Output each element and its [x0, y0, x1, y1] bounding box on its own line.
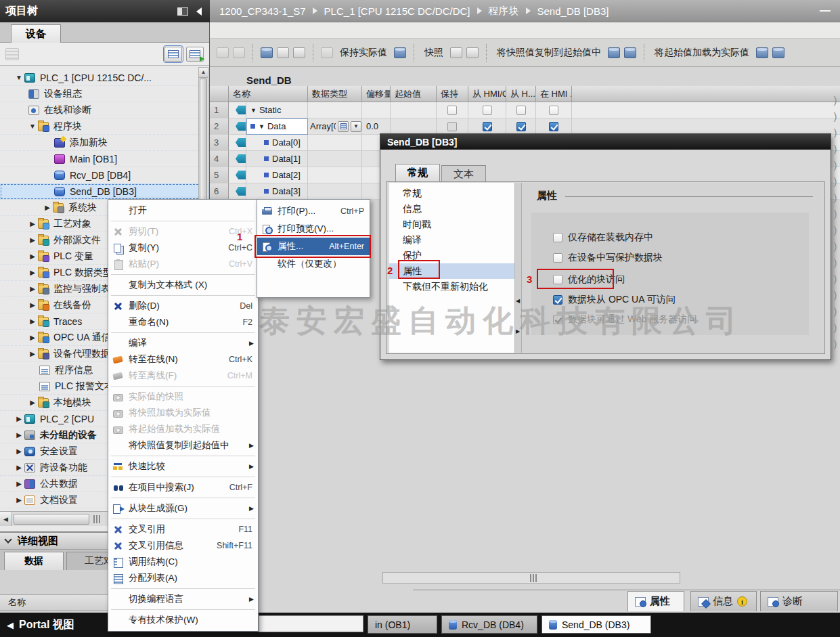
details-view-icon[interactable] — [164, 47, 182, 62]
menu-item-copy[interactable]: 复制(Y)Ctrl+C — [108, 240, 258, 256]
nav-attributes[interactable]: 属性 — [389, 263, 514, 279]
menu-item-compile[interactable]: 编译 — [108, 335, 258, 351]
menu-item-delete[interactable]: 删除(D)Del — [108, 298, 258, 314]
breadcrumb-send-db[interactable]: Send_DB [DB3] — [537, 5, 609, 17]
menu-item-go-offline[interactable]: 转至离线(F)Ctrl+M — [108, 368, 258, 384]
retain-cell[interactable] — [437, 118, 468, 135]
tree-item-device-config[interactable]: 设备组态 — [0, 86, 209, 102]
header-datatype[interactable]: 数据类型 — [308, 86, 362, 102]
datatype-cell[interactable]: Array[0..9] o...▼ — [308, 118, 362, 135]
menu-item-cross-references[interactable]: 交叉引用F11 — [108, 521, 258, 537]
hmi-write-checkbox[interactable] — [516, 122, 526, 131]
expand-arrow-icon[interactable]: ▶ — [27, 317, 38, 325]
portal-view-button[interactable]: ◀Portal 视图 — [7, 613, 74, 637]
header-offset[interactable]: 偏移量 — [362, 86, 391, 102]
expand-arrow-icon[interactable]: ▶ — [27, 252, 38, 260]
menu-item-snapshot-actuals[interactable]: 实际值的快照 — [108, 389, 258, 405]
type-browse-icon[interactable] — [338, 121, 349, 132]
expand-all-icon[interactable] — [293, 47, 305, 58]
menu-item-knowhow-protection[interactable]: 专有技术保护(W) — [108, 612, 258, 628]
export-table-icon[interactable] — [186, 47, 204, 62]
taskbar-button-rcv-db[interactable]: Rcv_DB (DB4) — [441, 615, 537, 634]
tab-devices[interactable]: 设备 — [11, 24, 61, 43]
menu-item-load-snapshot[interactable]: 将快照加载为实际值 — [108, 405, 258, 421]
startvalue-cell[interactable] — [391, 102, 437, 118]
load-memory-only-checkbox[interactable] — [553, 233, 562, 242]
taskbar-button-hidden[interactable] — [259, 615, 363, 632]
copy-snapshot-all-icon[interactable] — [624, 47, 636, 58]
taskbar-button-send-db[interactable]: Send_DB (DB3) — [541, 615, 651, 634]
inspector-tab-properties[interactable]: 属性 — [627, 591, 684, 611]
hmi-visible-cell[interactable] — [536, 102, 572, 118]
menu-item-search-in-project[interactable]: 在项目中搜索(J)Ctrl+F — [108, 479, 258, 496]
nav-protection[interactable]: 保护 — [389, 248, 514, 263]
menu-item-generate-source[interactable]: 从块生成源(G) — [108, 500, 258, 517]
submenu-item-print-preview[interactable]: 打印预览(V)... — [257, 220, 370, 238]
keep-actual-values-icon[interactable] — [261, 47, 273, 58]
name-cell[interactable]: ▼Data — [246, 118, 308, 135]
header-hmi-visible[interactable]: 在 HMI ... — [536, 86, 572, 102]
dialog-splitter[interactable]: ◀▶ — [515, 183, 522, 353]
expand-arrow-icon[interactable]: ▶ — [14, 415, 24, 422]
attr-write-protect[interactable]: 在设备中写保护数据块 — [553, 252, 663, 264]
hmi-opc-checkbox[interactable] — [483, 106, 492, 115]
sort-icon[interactable] — [5, 48, 19, 60]
menu-item-switch-language[interactable]: 切换编程语言 — [108, 591, 258, 607]
insert-row-icon[interactable] — [217, 47, 229, 58]
breadcrumb-plc[interactable]: PLC_1 [CPU 1215C DC/DC/DC] — [324, 5, 470, 17]
collapse-panel-icon[interactable] — [196, 7, 202, 16]
collapse-arrow-icon[interactable]: ▼ — [250, 107, 257, 114]
nav-download-no-reinit[interactable]: 下载但不重新初始化 — [389, 279, 514, 294]
name-cell[interactable]: Data[3] — [246, 183, 308, 200]
menu-item-cross-reference-info[interactable]: 交叉引用信息Shift+F11 — [108, 537, 258, 554]
snapshot-down-icon[interactable] — [466, 47, 479, 58]
startvalue-cell[interactable] — [391, 118, 437, 135]
hmi-visible-checkbox[interactable] — [549, 106, 558, 115]
name-cell[interactable]: Data[1] — [246, 151, 308, 167]
datatype-cell[interactable] — [308, 135, 362, 151]
header-retain[interactable]: 保持 — [437, 86, 468, 102]
expand-arrow-icon[interactable]: ▶ — [27, 399, 38, 406]
editor-horizontal-scrollbar[interactable] — [382, 572, 680, 584]
breadcrumb-program-blocks[interactable]: 程序块 — [489, 5, 519, 18]
scrollbar-thumb[interactable] — [14, 514, 89, 525]
menu-item-copy-snapshot-to-start[interactable]: 将快照值复制到起始值中 — [108, 437, 258, 454]
dialog-tab-general[interactable]: 常规 — [395, 164, 440, 181]
datatype-cell[interactable] — [308, 102, 362, 118]
expand-arrow-icon[interactable]: ▶ — [27, 236, 38, 244]
tree-item-main-ob1[interactable]: Main [OB1] — [0, 151, 209, 167]
edit-block-icon[interactable] — [277, 47, 289, 58]
hmi-visible-cell[interactable] — [536, 118, 572, 135]
menu-item-call-structure[interactable]: 调用结构(C) — [108, 554, 258, 570]
submenu-item-properties[interactable]: 属性...Alt+Enter — [257, 238, 370, 255]
expand-arrow-icon[interactable]: ▶ — [14, 464, 24, 471]
scroll-up-icon[interactable]: ▲ — [199, 68, 208, 78]
expand-arrow-icon[interactable]: ▶ — [14, 480, 24, 487]
datatype-cell[interactable] — [308, 151, 362, 167]
tree-item-rcv-db[interactable]: Rcv_DB [DB4] — [0, 167, 209, 183]
tree-item-program-blocks[interactable]: ▼程序块 — [0, 118, 209, 135]
inspector-tab-diagnostics[interactable]: 诊断 — [760, 591, 838, 611]
expand-arrow-icon[interactable]: ▶ — [27, 220, 38, 227]
dialog-tab-texts[interactable]: 文本 — [441, 165, 486, 183]
expand-arrow-icon[interactable]: ▶ — [14, 496, 24, 504]
retain-cell[interactable] — [437, 102, 468, 118]
datatype-cell[interactable] — [308, 167, 362, 183]
nav-information[interactable]: 信息 — [389, 201, 514, 217]
hmi-opc-cell[interactable] — [468, 102, 506, 118]
minimize-icon[interactable]: — — [820, 5, 831, 17]
expand-arrow-icon[interactable]: ▼ — [27, 123, 38, 130]
expand-arrow-icon[interactable]: ▶ — [42, 204, 53, 211]
expand-arrow-icon[interactable]: ▶ — [27, 269, 38, 276]
tree-item-online-diagnostics[interactable]: 在线和诊断 — [0, 102, 209, 118]
menu-item-load-start-values[interactable]: 将起始值加载为实际值 — [108, 421, 258, 437]
inspector-tab-info[interactable]: 信息i — [690, 591, 757, 611]
expand-arrow-icon[interactable]: ▶ — [14, 447, 24, 455]
load-start-all-icon[interactable] — [772, 47, 784, 58]
split-view-icon[interactable] — [177, 7, 188, 16]
scrollbar-grip[interactable] — [93, 515, 100, 523]
db-icon[interactable] — [394, 47, 406, 58]
collapse-arrow-icon[interactable]: ▼ — [259, 123, 265, 130]
expand-arrow-icon[interactable]: ▶ — [27, 285, 38, 292]
hmi-visible-checkbox[interactable] — [549, 122, 558, 131]
